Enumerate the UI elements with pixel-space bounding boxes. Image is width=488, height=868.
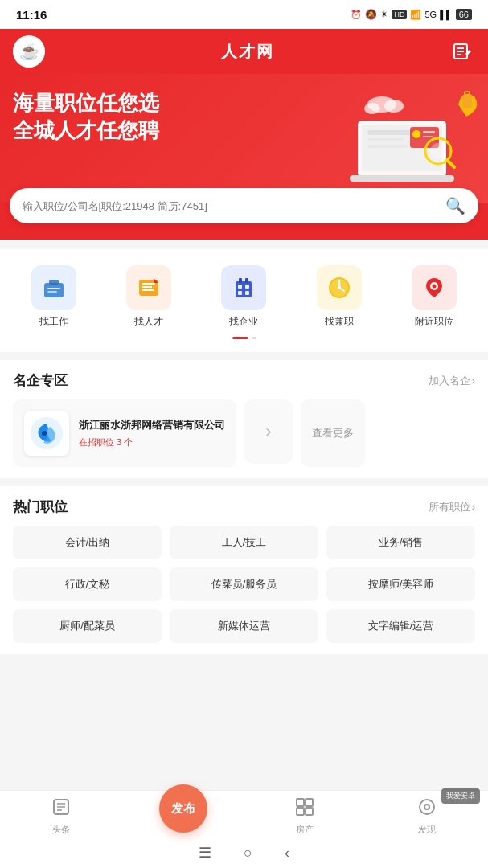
svg-point-46 [42,431,47,436]
job-tag-item[interactable]: 厨师/配菜员 [13,609,162,643]
nav-item-realestate[interactable]: 房产 [281,797,329,836]
job-tag-item[interactable]: 传菜员/服务员 [170,567,318,601]
headlines-label: 头条 [52,824,70,836]
svg-rect-9 [367,145,408,148]
svg-rect-37 [245,278,248,283]
svg-rect-35 [245,291,249,295]
svg-rect-36 [239,278,242,283]
nav-item-headlines[interactable]: 头条 [37,797,85,836]
parttime-label: 找兼职 [325,315,354,329]
search-icon[interactable]: 🔍 [445,196,465,215]
company-logo [24,411,69,456]
banner-line1: 海量职位任您选 [13,90,475,117]
quick-menu: 找工作 找人才 [0,249,488,352]
home-gesture-icon: ○ [244,845,252,862]
featured-companies-section: 名企专区 加入名企 › 浙江丽水浙邦网络营销有限公司 在招职位 3 个 › [0,360,488,478]
realestate-icon [295,797,314,821]
svg-point-55 [420,800,434,814]
svg-rect-32 [238,285,242,289]
header: ☕ 人才网 [0,29,488,74]
chevron-right-icon: › [265,421,271,442]
hot-jobs-title: 热门职位 [13,497,68,516]
svg-rect-23 [49,280,59,285]
search-section: 🔍 [0,188,488,240]
battery-icon: 66 [456,9,472,20]
bluetooth-icon: ✴ [380,9,388,20]
svg-point-42 [338,286,341,289]
bottom-nav: 头条 发布 房产 发现 [0,790,488,868]
companies-title: 名企专区 [13,371,68,390]
discover-label: 发现 [418,824,436,836]
more-card[interactable]: 查看更多 [301,399,365,467]
status-bar: 11:16 ⏰ 🔕 ✴ HD 📶 5G ▌▌ 66 [0,0,488,29]
quick-item-find-talent[interactable]: 找人才 [126,265,171,329]
job-tags-grid: 会计/出纳工人/技工业务/销售行政/文秘传菜员/服务员按摩师/美容师厨师/配菜员… [13,526,475,643]
headlines-icon [51,797,71,821]
svg-point-44 [432,285,436,289]
arrow-right-card[interactable]: › [244,399,293,464]
bottom-spacer [0,654,488,727]
svg-point-56 [424,805,429,809]
menu-page-indicator [0,337,488,344]
svg-rect-24 [47,288,60,289]
svg-rect-6 [350,175,454,182]
status-icons: ⏰ 🔕 ✴ HD 📶 5G ▌▌ 66 [351,9,472,20]
svg-rect-51 [297,799,304,806]
find-talent-label: 找人才 [134,315,163,329]
company-scroll[interactable]: 浙江丽水浙邦网络营销有限公司 在招职位 3 个 › 查看更多 [13,399,475,467]
job-tag-item[interactable]: 按摩师/美容师 [326,567,475,601]
discover-icon [417,797,437,821]
parttime-icon [317,265,362,310]
company-card[interactable]: 浙江丽水浙邦网络营销有限公司 在招职位 3 个 [13,399,236,467]
realestate-label: 房产 [296,824,314,836]
hd-badge: HD [392,10,407,19]
indicator-dot-active [232,337,248,339]
quick-item-find-job[interactable]: 找工作 [31,265,76,329]
app-title: 人才网 [221,41,274,63]
quick-item-parttime[interactable]: 找兼职 [317,265,362,329]
find-talent-icon [126,265,171,310]
more-label: 查看更多 [312,426,354,440]
job-tag-item[interactable]: 新媒体运营 [170,609,318,643]
svg-rect-22 [44,283,64,297]
svg-rect-54 [306,808,313,815]
wifi-icon: 📶 [410,10,421,20]
gesture-bar: ☰ ○ ‹ [0,839,488,868]
join-companies-link[interactable]: 加入名企 › [429,374,475,388]
job-tag-item[interactable]: 工人/技工 [170,526,318,559]
nav-row: 头条 发布 房产 发现 [0,791,488,839]
status-time: 11:16 [16,8,47,22]
job-tag-item[interactable]: 文字编辑/运营 [326,609,475,643]
menu-icon: ☰ [199,844,211,862]
search-container: 🔍 [10,188,478,223]
banner: 海量职位任您选 全城人才任您聘 [0,74,488,203]
nearby-icon [412,265,457,310]
svg-line-16 [447,160,454,167]
svg-rect-53 [297,808,304,815]
job-tag-item[interactable]: 会计/出纳 [13,526,162,559]
hot-jobs-section: 热门职位 所有职位 › 会计/出纳工人/技工业务/销售行政/文秘传菜员/服务员按… [0,486,488,654]
chevron-right-icon: › [472,501,475,513]
svg-point-15 [430,143,446,159]
alarm-icon: ⏰ [351,10,362,20]
company-info: 浙江丽水浙邦网络营销有限公司 在招职位 3 个 [79,418,225,448]
signal-bars: ▌▌ [440,10,453,19]
publish-button[interactable]: 发布 [159,784,207,833]
find-job-icon [31,265,76,310]
job-tag-item[interactable]: 行政/文秘 [13,567,162,601]
watermark: 我爱安卓 [441,788,480,804]
indicator-dot-inactive [252,337,256,339]
quick-item-find-company[interactable]: 找企业 [221,265,266,329]
chevron-right-icon: › [472,375,475,387]
job-tag-item[interactable]: 业务/销售 [326,526,475,559]
avatar[interactable]: ☕ [13,35,45,68]
all-jobs-link[interactable]: 所有职位 › [429,500,475,514]
back-gesture-icon: ‹ [285,845,289,862]
banner-text: 海量职位任您选 全城人才任您聘 [13,90,475,145]
svg-rect-33 [245,285,249,289]
find-company-icon [221,265,266,310]
find-job-label: 找工作 [39,315,68,329]
search-input[interactable] [23,200,445,212]
edit-notification-icon[interactable] [449,39,475,64]
quick-item-nearby[interactable]: 附近职位 [412,265,457,329]
